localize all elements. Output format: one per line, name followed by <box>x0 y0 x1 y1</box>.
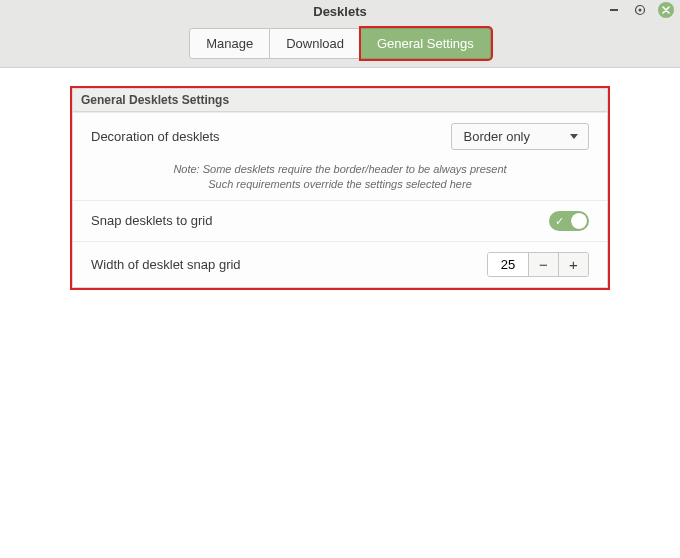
window-controls <box>606 2 674 18</box>
chevron-down-icon <box>570 134 578 139</box>
tab-general-settings[interactable]: General Settings <box>361 28 491 59</box>
close-icon[interactable] <box>658 2 674 18</box>
decoration-note: Note: Some desklets require the border/h… <box>73 160 607 200</box>
row-grid-width: Width of desklet snap grid − + <box>73 241 607 287</box>
settings-panel-highlight: General Desklets Settings Decoration of … <box>70 86 610 290</box>
grid-width-increment-button[interactable]: + <box>558 253 588 276</box>
tab-manage[interactable]: Manage <box>189 28 270 59</box>
decoration-dropdown[interactable]: Border only <box>451 123 589 150</box>
window-title: Desklets <box>0 4 680 19</box>
grid-width-label: Width of desklet snap grid <box>91 257 241 272</box>
row-decoration: Decoration of desklets Border only <box>73 112 607 160</box>
svg-point-1 <box>639 9 642 12</box>
panel-title: General Desklets Settings <box>73 89 607 112</box>
titlebar: Desklets <box>0 0 680 22</box>
decoration-note-line1: Note: Some desklets require the border/h… <box>73 162 607 177</box>
decoration-label: Decoration of desklets <box>91 129 220 144</box>
header-area: Desklets Manage Download General Setting… <box>0 0 680 68</box>
grid-width-stepper: − + <box>487 252 589 277</box>
snap-label: Snap desklets to grid <box>91 213 212 228</box>
grid-width-input[interactable] <box>488 253 528 276</box>
check-icon: ✓ <box>555 214 564 228</box>
settings-panel: General Desklets Settings Decoration of … <box>72 88 608 288</box>
grid-width-decrement-button[interactable]: − <box>528 253 558 276</box>
maximize-icon[interactable] <box>632 2 648 18</box>
decoration-note-line2: Such requirements override the settings … <box>73 177 607 192</box>
row-snap: Snap desklets to grid ✓ <box>73 200 607 241</box>
decoration-dropdown-value: Border only <box>464 129 530 144</box>
snap-toggle[interactable]: ✓ <box>549 211 589 231</box>
tabstrip: Manage Download General Settings <box>0 28 680 59</box>
minimize-icon[interactable] <box>606 2 622 18</box>
tab-download[interactable]: Download <box>270 28 361 59</box>
toggle-knob <box>571 213 587 229</box>
